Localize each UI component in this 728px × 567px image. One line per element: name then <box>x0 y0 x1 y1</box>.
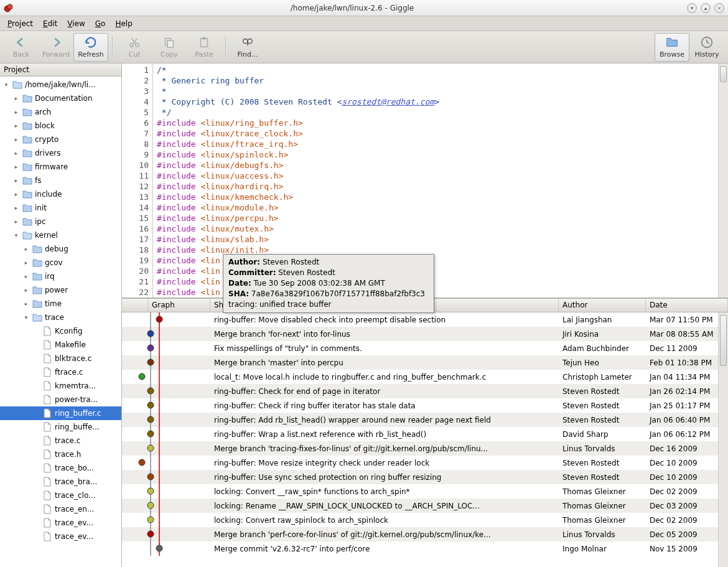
menu-project[interactable]: Project <box>2 17 38 30</box>
tree-label: drivers <box>35 149 61 157</box>
svg-point-19 <box>147 345 154 351</box>
tree-item[interactable]: trace_ev... <box>0 516 121 530</box>
browse-button[interactable]: Browse <box>655 33 689 62</box>
commit-row[interactable]: ring-buffer: Move resize integrity check… <box>122 456 728 470</box>
menu-help[interactable]: Help <box>110 17 137 30</box>
commit-row[interactable]: ring-buffer: Use sync sched protection o… <box>122 470 728 484</box>
close-button[interactable]: × <box>714 3 724 13</box>
tree-label: gcov <box>45 258 63 267</box>
commit-row[interactable]: Merge branch 'for-next' into for-linus J… <box>122 327 728 341</box>
commit-row[interactable]: locking: Convert __raw_spin* functions t… <box>122 484 728 499</box>
graph-cell <box>122 341 210 355</box>
commit-row[interactable]: ring-buffer: Add rb_list_head() wrapper … <box>122 413 728 427</box>
tree-item[interactable]: ▸power <box>0 283 121 297</box>
commit-row[interactable]: ring-buffer: Wrap a list.next reference … <box>122 427 728 441</box>
commit-row[interactable]: Merge branch 'master' into percpu Tejun … <box>122 355 728 370</box>
commit-row[interactable]: Merge branch 'tracing-fixes-for-linus' o… <box>122 441 728 456</box>
tree-item-selected[interactable]: ring_buffer.c <box>0 406 121 420</box>
commit-row[interactable]: Merge commit 'v2.6.32-rc7' into perf/cor… <box>122 541 728 556</box>
commit-author: Jiri Kosina <box>559 330 646 339</box>
tree-item[interactable]: kmemtra... <box>0 379 121 393</box>
tree-item[interactable]: trace_bra... <box>0 475 121 489</box>
svg-rect-5 <box>167 40 173 47</box>
tree-item[interactable]: Makefile <box>0 338 121 352</box>
commit-row[interactable]: local_t: Move local.h include to ringbuf… <box>122 370 728 384</box>
tooltip-author: Steven Rostedt <box>260 258 319 266</box>
tree-label: trace_ev... <box>55 532 93 541</box>
tree-item[interactable]: trace_clo... <box>0 489 121 502</box>
commit-row[interactable]: Merge branch 'perf-core-for-linus' of gi… <box>122 527 728 541</box>
svg-point-61 <box>156 545 162 551</box>
tree-item[interactable]: ▸arch <box>0 105 121 119</box>
tree-item[interactable]: ▸debug <box>0 242 121 256</box>
refresh-button[interactable]: Refresh <box>73 33 108 62</box>
tree-item[interactable]: ▸firmware <box>0 160 121 174</box>
commit-row[interactable]: ring-buffer: Check if ring buffer iterat… <box>122 398 728 413</box>
tree-item[interactable]: ▸time <box>0 297 121 311</box>
code-scrollbar[interactable] <box>718 63 728 298</box>
tree-item[interactable]: ▸ipc <box>0 215 121 228</box>
commit-row[interactable]: ring-buffer: Move disabled check into pr… <box>122 312 728 327</box>
tree-item[interactable]: ▾/home/jake/lwn/li... <box>0 78 121 91</box>
graph-cell <box>122 513 210 527</box>
graph-cell <box>122 413 210 427</box>
tree-item[interactable]: ▸drivers <box>0 146 121 160</box>
tree-item[interactable]: ▾trace <box>0 311 121 324</box>
tree-item[interactable]: trace_bo... <box>0 461 121 475</box>
menu-edit[interactable]: Edit <box>38 17 62 30</box>
menu-view[interactable]: View <box>62 17 90 30</box>
tree-item[interactable]: trace.c <box>0 434 121 448</box>
tree-item[interactable]: ▸gcov <box>0 256 121 269</box>
tree-item[interactable]: Kconfig <box>0 324 121 338</box>
svg-point-22 <box>147 359 154 365</box>
toolbar-separator <box>225 36 226 59</box>
commits-scrollbar[interactable] <box>718 312 728 567</box>
tree-item[interactable]: ▸block <box>0 119 121 133</box>
history-button[interactable]: History <box>689 33 724 62</box>
commit-log: Merge branch 'tracing-fixes-for-linus' o… <box>210 444 559 453</box>
commit-date: Nov 15 2009 <box>646 545 728 553</box>
commit-author: Steven Rostedt <box>559 459 646 467</box>
back-button[interactable]: Back <box>4 33 39 62</box>
tree-label: irq <box>45 272 55 281</box>
commit-row[interactable]: Fix misspellings of "truly" in comments.… <box>122 341 728 355</box>
commit-log: ring-buffer: Check for end of page in it… <box>210 387 559 396</box>
tree-item[interactable]: ring_buffe... <box>0 420 121 434</box>
col-date[interactable]: Date <box>646 299 728 312</box>
copy-button[interactable]: Copy <box>152 33 187 62</box>
tree-item[interactable]: ▾kernel <box>0 228 121 242</box>
commit-log: Merge commit 'v2.6.32-rc7' into perf/cor… <box>210 545 559 553</box>
tree-item[interactable]: ftrace.c <box>0 365 121 379</box>
tree-item[interactable]: ▸irq <box>0 269 121 283</box>
commit-date: Jan 06 06:40 PM <box>646 416 728 424</box>
tree-item[interactable]: power-tra... <box>0 393 121 406</box>
cut-button[interactable]: Cut <box>117 33 152 62</box>
col-graph[interactable]: Graph <box>148 299 210 312</box>
tree-item[interactable]: trace_en... <box>0 502 121 516</box>
col-author[interactable]: Author <box>559 299 646 312</box>
paste-button[interactable]: Paste <box>187 33 222 62</box>
tree-item[interactable]: trace.h <box>0 448 121 461</box>
commit-date: Dec 05 2009 <box>646 530 728 539</box>
tree-label: init <box>35 204 47 212</box>
tree-label: ipc <box>35 217 46 226</box>
tree-item[interactable]: ▸Documentation <box>0 91 121 105</box>
commit-row[interactable]: ring-buffer: Check for end of page in it… <box>122 384 728 398</box>
maximize-button[interactable]: ▴ <box>701 3 711 13</box>
commits-body[interactable]: ring-buffer: Move disabled check into pr… <box>122 312 728 567</box>
commit-log: ring-buffer: Check if ring buffer iterat… <box>210 401 559 410</box>
project-tree[interactable]: ▾/home/jake/lwn/li...▸Documentation▸arch… <box>0 77 121 567</box>
forward-button[interactable]: Forward <box>39 33 73 62</box>
tree-item[interactable]: trace_ev... <box>0 530 121 543</box>
commit-row[interactable]: locking: Convert raw_spinlock to arch_sp… <box>122 513 728 527</box>
tree-item[interactable]: ▸crypto <box>0 133 121 146</box>
tree-item[interactable]: ▸init <box>0 201 121 215</box>
commit-row[interactable]: locking: Rename __RAW_SPIN_LOCK_UNLOCKED… <box>122 499 728 513</box>
tree-item[interactable]: ▸fs <box>0 174 121 187</box>
tree-item[interactable]: ▸include <box>0 187 121 201</box>
tree-item[interactable]: blktrace.c <box>0 352 121 365</box>
menu-go[interactable]: Go <box>90 17 111 30</box>
minimize-button[interactable]: ▾ <box>687 3 697 13</box>
col-action[interactable] <box>122 299 148 312</box>
find-button[interactable]: Find... <box>230 33 265 62</box>
